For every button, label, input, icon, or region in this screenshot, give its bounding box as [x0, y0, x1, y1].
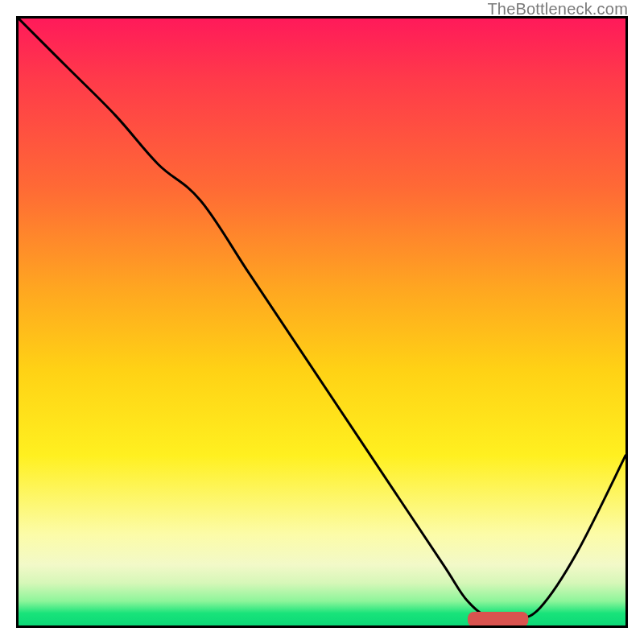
- chart-frame: TheBottleneck.com: [0, 0, 644, 644]
- curve-layer: [19, 19, 625, 625]
- plot-area: [16, 16, 628, 628]
- optimal-marker: [468, 612, 528, 625]
- bottleneck-curve: [19, 19, 625, 621]
